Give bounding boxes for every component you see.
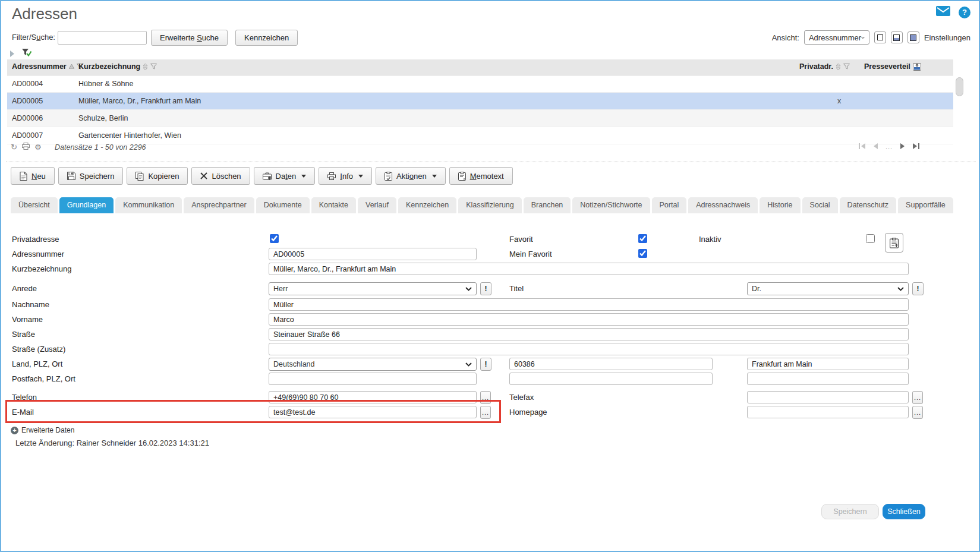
- column-header-privatadr[interactable]: Privatadr.: [799, 62, 850, 71]
- aktionen-menu-button[interactable]: Aktionen: [376, 167, 446, 185]
- tab-klassifizierung[interactable]: Klassifizierung: [458, 197, 522, 213]
- filter-active-icon[interactable]: [22, 49, 31, 59]
- privatadresse-checkbox[interactable]: [270, 234, 279, 243]
- anrede-mandatory-button[interactable]: !: [480, 282, 491, 295]
- tab-uebersicht[interactable]: Übersicht: [11, 197, 58, 213]
- scrollbar-thumb[interactable]: [956, 77, 963, 96]
- next-page-icon[interactable]: [900, 143, 905, 150]
- field-label-telefax: Telefax: [509, 393, 534, 402]
- first-page-icon[interactable]: [859, 143, 865, 150]
- dropdown-arrow-icon: [301, 175, 306, 178]
- tab-kontakte[interactable]: Kontakte: [311, 197, 356, 213]
- view-mode-detail-button[interactable]: [907, 31, 919, 43]
- print-icon[interactable]: [22, 143, 30, 152]
- tab-dokumente[interactable]: Dokumente: [256, 197, 310, 213]
- delete-button[interactable]: Löschen: [191, 167, 250, 185]
- tab-portal[interactable]: Portal: [652, 197, 687, 213]
- memotext-icon: [458, 172, 466, 181]
- tab-branchen[interactable]: Branchen: [524, 197, 571, 213]
- tab-ansprechpartner[interactable]: Ansprechpartner: [184, 197, 254, 213]
- row-adressnummer: AD00005: [12, 97, 43, 105]
- column-header-presseverteiler[interactable]: Presseverteil: [864, 62, 921, 71]
- land-mandatory-button[interactable]: !: [480, 358, 491, 371]
- postfach-input[interactable]: [269, 373, 477, 385]
- tab-datenschutz[interactable]: Datenschutz: [840, 197, 896, 213]
- view-mode-normal-button[interactable]: [874, 31, 886, 43]
- tab-social[interactable]: Social: [802, 197, 838, 213]
- titel-select-value: Dr.: [752, 285, 761, 293]
- copy-button[interactable]: Kopieren: [127, 167, 188, 185]
- settings-link[interactable]: Einstellungen: [924, 33, 970, 42]
- plz-input[interactable]: [509, 358, 713, 370]
- memotext-button[interactable]: Memotext: [449, 167, 513, 185]
- tab-adressnachweis[interactable]: Adressnachweis: [688, 197, 758, 213]
- help-icon[interactable]: ?: [959, 7, 970, 18]
- erweiterte-daten-expander[interactable]: + Erweiterte Daten: [11, 426, 74, 434]
- email-more-button[interactable]: ...: [480, 406, 491, 419]
- row-kurzbezeichnung: Hübner & Söhne: [78, 80, 133, 88]
- column-header-kurzbezeichnung[interactable]: Kurzbezeichnung: [78, 62, 157, 71]
- titel-select[interactable]: Dr.: [747, 282, 909, 295]
- email-input[interactable]: [269, 406, 477, 418]
- vertical-scrollbar[interactable]: [956, 77, 963, 143]
- save-button[interactable]: Speichern: [58, 167, 124, 185]
- view-select[interactable]: Adressnummer: [804, 30, 869, 45]
- postfach-plz-input[interactable]: [509, 373, 713, 385]
- filter-search-input[interactable]: [58, 31, 147, 45]
- kennzeichen-button[interactable]: Kennzeichen: [235, 30, 298, 46]
- favorit-checkbox[interactable]: [638, 234, 647, 243]
- tab-kommunikation[interactable]: Kommunikation: [115, 197, 182, 213]
- telefax-more-button[interactable]: ...: [912, 391, 923, 404]
- telefon-input[interactable]: [269, 391, 477, 403]
- postfach-ort-input[interactable]: [747, 373, 909, 385]
- nachname-input[interactable]: [269, 298, 909, 311]
- page-title: Adressen: [12, 5, 77, 23]
- inaktiv-checkbox[interactable]: [866, 234, 875, 243]
- telefon-more-button[interactable]: ...: [480, 391, 491, 404]
- filter-funnel-icon[interactable]: [150, 64, 157, 70]
- mein-favorit-checkbox[interactable]: [638, 249, 647, 258]
- tab-grundlagen[interactable]: Grundlagen: [59, 197, 114, 213]
- view-mode-split-button[interactable]: [891, 31, 903, 43]
- prev-page-icon[interactable]: [873, 143, 878, 150]
- kurzbezeichnung-input[interactable]: [269, 263, 909, 275]
- page-jump[interactable]: ...: [886, 143, 893, 150]
- tab-historie[interactable]: Historie: [760, 197, 800, 213]
- table-row[interactable]: AD00004 Hübner & Söhne: [7, 75, 953, 93]
- close-footer-button[interactable]: Schließen: [883, 504, 925, 519]
- last-page-icon[interactable]: [913, 143, 919, 150]
- info-menu-button[interactable]: Info: [319, 167, 372, 185]
- tab-kennzeichen[interactable]: Kennzeichen: [398, 197, 456, 213]
- expand-panel-icon[interactable]: [10, 49, 15, 59]
- memotext-preview-button[interactable]: [885, 233, 903, 253]
- homepage-more-button[interactable]: ...: [912, 406, 923, 419]
- mail-icon[interactable]: [936, 6, 950, 18]
- refresh-icon[interactable]: ↻: [11, 143, 17, 152]
- telefax-input[interactable]: [747, 391, 909, 403]
- view-select-value: Adressnummer: [809, 33, 861, 42]
- daten-menu-button[interactable]: Daten: [254, 167, 316, 185]
- ort-input[interactable]: [747, 358, 909, 370]
- table-header: Adressnummer Kurzbezeichnung Privatadr. …: [7, 59, 953, 75]
- tab-verlauf[interactable]: Verlauf: [358, 197, 396, 213]
- titel-mandatory-button[interactable]: !: [912, 282, 924, 295]
- anrede-select[interactable]: Herr: [269, 282, 477, 295]
- sort-asc-icon: [69, 64, 74, 69]
- advanced-search-button[interactable]: Erweiterte Suche: [151, 30, 228, 46]
- table-row[interactable]: AD00007 Gartencenter Hinterhofer, Wien: [7, 127, 953, 144]
- strasse-input[interactable]: [269, 328, 909, 340]
- land-select[interactable]: Deutschland: [269, 358, 477, 371]
- table-row[interactable]: AD00006 Schulze, Berlin: [7, 110, 953, 127]
- filter-funnel-icon[interactable]: [843, 64, 850, 70]
- new-button[interactable]: Neu: [11, 167, 55, 185]
- vorname-input[interactable]: [269, 313, 909, 326]
- grid-settings-icon[interactable]: ⚙: [34, 143, 42, 152]
- homepage-input[interactable]: [747, 406, 909, 418]
- strasse-zusatz-input[interactable]: [269, 343, 909, 355]
- save-footer-button[interactable]: Speichern: [821, 504, 879, 519]
- tab-supportfaelle[interactable]: Supportfälle: [898, 197, 953, 213]
- table-row-selected[interactable]: AD00005 Müller, Marco, Dr., Frankfurt am…: [7, 93, 953, 110]
- column-header-adressnummer[interactable]: Adressnummer: [12, 62, 83, 71]
- adressnummer-input[interactable]: [269, 248, 477, 260]
- tab-notizen[interactable]: Notizen/Stichworte: [572, 197, 650, 213]
